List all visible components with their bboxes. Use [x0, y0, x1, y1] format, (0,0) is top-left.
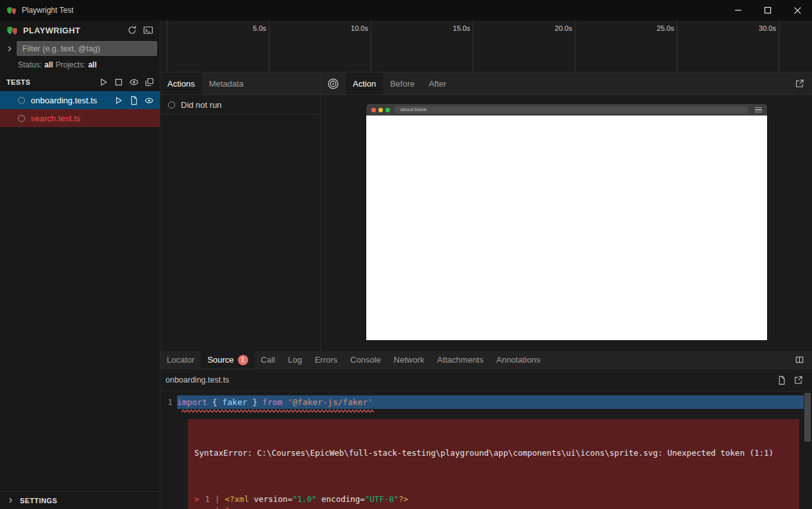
- close-dot-icon: [371, 108, 376, 112]
- tab-attachments[interactable]: Attachments: [430, 351, 489, 368]
- tab-log[interactable]: Log: [282, 351, 309, 368]
- maximize-dot-icon: [385, 108, 390, 112]
- vertical-scrollbar-thumb[interactable]: [804, 393, 811, 442]
- tab-network[interactable]: Network: [387, 351, 431, 368]
- tests-title: TESTS: [6, 78, 30, 86]
- browser-page-blank: [366, 116, 767, 340]
- run-test-icon[interactable]: [114, 96, 123, 105]
- test-file-search[interactable]: search.test.ts: [0, 109, 160, 127]
- timeline-gridline: [269, 21, 269, 72]
- timeline-tick: 10.0s: [330, 24, 368, 32]
- settings-section[interactable]: SETTINGS: [0, 491, 160, 509]
- status-value[interactable]: all: [44, 60, 53, 69]
- line-number: 1: [160, 395, 177, 409]
- browser-menu-icon: [755, 107, 762, 113]
- close-button[interactable]: [782, 0, 812, 21]
- timeline-gridline: [473, 21, 473, 72]
- error-message: SyntaxError: C:\Courses\EpicWeb\full-sta…: [194, 447, 793, 459]
- timeline-tick: 15.0s: [432, 24, 470, 32]
- main-area: 5.0s 10.0s 15.0s 20.0s 25.0s 30.0s Actio…: [160, 21, 812, 509]
- maximize-button[interactable]: [753, 0, 782, 21]
- filter-row: [0, 40, 160, 57]
- title-bar: Playwright Test: [0, 0, 812, 21]
- snapshot-pane: Action Before After: [321, 73, 812, 351]
- status-label[interactable]: Status:: [18, 60, 42, 69]
- window-title: Playwright Test: [22, 6, 73, 15]
- timeline-tick: 30.0s: [738, 24, 776, 32]
- open-snapshot-external-icon[interactable]: [795, 73, 812, 94]
- highlighted-import-line: import { faker } from '@faker-js/faker': [177, 395, 804, 409]
- chevron-right-icon[interactable]: [5, 44, 14, 53]
- did-not-run-row: Did not run: [160, 95, 320, 115]
- playwright-masks-icon: [6, 24, 18, 36]
- error-code-frame: >1|<?xml version="1.0" encoding="UTF-8"?…: [194, 494, 793, 509]
- tests-section-header: TESTS: [0, 73, 160, 91]
- watch-test-eye-icon[interactable]: [144, 96, 154, 105]
- playwright-logo-icon: [6, 5, 17, 15]
- timeline-tick: 5.0s: [228, 24, 266, 32]
- reload-tests-icon[interactable]: [127, 25, 137, 35]
- collapse-all-icon[interactable]: [144, 77, 155, 87]
- playwright-test-window: Playwright Test: [0, 0, 812, 509]
- syntax-error-block: SyntaxError: C:\Courses\EpicWeb\full-sta…: [188, 419, 799, 509]
- url-text: about:blank: [400, 107, 427, 112]
- actions-pane: Actions Metadata Did not run: [160, 73, 321, 351]
- tab-errors[interactable]: Errors: [309, 351, 344, 368]
- url-bar: about:blank: [394, 106, 749, 114]
- toggle-columns-icon[interactable]: [795, 351, 812, 368]
- pick-locator-icon[interactable]: [326, 73, 346, 94]
- test-file-onboarding[interactable]: onboarding.test.ts: [0, 91, 160, 109]
- tab-annotations[interactable]: Annotations: [490, 351, 547, 368]
- projects-value[interactable]: all: [88, 60, 96, 69]
- chevron-right-icon: [6, 496, 15, 505]
- source-filename: onboarding.test.ts: [165, 375, 229, 384]
- tab-locator[interactable]: Locator: [160, 351, 201, 368]
- snapshot-body: about:blank: [321, 95, 812, 351]
- tab-actions[interactable]: Actions: [160, 73, 202, 94]
- minimize-dot-icon: [378, 108, 383, 112]
- timeline-gridline: [779, 21, 779, 72]
- stop-icon[interactable]: [114, 77, 124, 87]
- browser-chrome: about:blank: [366, 104, 767, 116]
- timeline-tick: 25.0s: [636, 24, 674, 32]
- tab-call[interactable]: Call: [255, 351, 282, 368]
- watch-all-eye-icon[interactable]: [129, 77, 139, 87]
- traffic-light-icons: [371, 108, 390, 112]
- test-status-circle-icon: [18, 115, 25, 122]
- test-file-label: search.test.ts: [31, 114, 80, 123]
- settings-label: SETTINGS: [20, 497, 57, 505]
- source-error-badge: 1: [238, 355, 248, 365]
- tab-action[interactable]: Action: [346, 73, 383, 94]
- source-line-1: 1 import { faker } from '@faker-js/faker…: [160, 395, 812, 409]
- timeline[interactable]: 5.0s 10.0s 15.0s 20.0s 25.0s 30.0s: [160, 21, 812, 73]
- copy-source-icon[interactable]: [777, 375, 786, 385]
- timeline-gridline: [575, 21, 575, 72]
- sidebar: PLAYWRIGHT: [0, 21, 160, 509]
- timeline-tick: 20.0s: [534, 24, 572, 32]
- browser-snapshot: about:blank: [366, 104, 767, 340]
- run-all-icon[interactable]: [98, 77, 108, 87]
- timeline-gridline: [371, 21, 371, 72]
- tab-before[interactable]: Before: [383, 73, 421, 94]
- source-code-view[interactable]: 1 import { faker } from '@faker-js/faker…: [160, 392, 812, 509]
- status-line: Status: all Projects: all: [0, 57, 160, 73]
- projects-label[interactable]: Projects:: [56, 60, 86, 69]
- minimize-button[interactable]: [723, 0, 753, 21]
- did-not-run-label: Did not run: [181, 100, 222, 110]
- sidebar-title: PLAYWRIGHT: [23, 26, 80, 35]
- tab-after[interactable]: After: [421, 73, 453, 94]
- sidebar-header: PLAYWRIGHT: [0, 21, 160, 40]
- window-controls: [723, 0, 812, 21]
- timeline-gridline: [677, 21, 677, 72]
- tab-console[interactable]: Console: [344, 351, 387, 368]
- source-file-header: onboarding.test.ts: [160, 369, 812, 392]
- test-file-label: onboarding.test.ts: [31, 96, 97, 105]
- timeline-gridline: [167, 21, 167, 72]
- terminal-icon[interactable]: [143, 25, 153, 35]
- open-source-file-icon[interactable]: [129, 96, 139, 105]
- tab-metadata[interactable]: Metadata: [202, 73, 251, 94]
- filter-input[interactable]: [17, 41, 157, 56]
- open-source-external-icon[interactable]: [793, 375, 803, 385]
- test-status-circle-icon: [18, 97, 25, 104]
- tab-source[interactable]: Source 1: [201, 351, 254, 368]
